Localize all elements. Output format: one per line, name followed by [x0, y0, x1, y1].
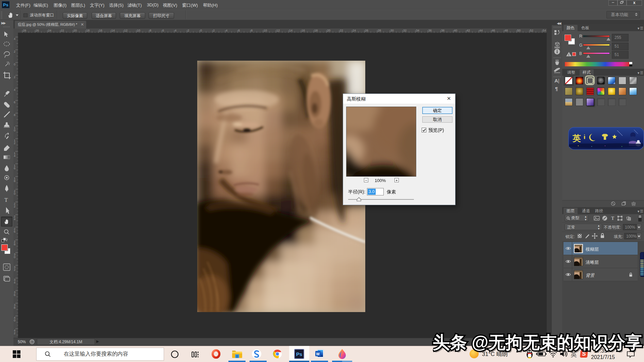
svg-text:T: T: [611, 216, 614, 221]
svg-text:T: T: [4, 197, 8, 203]
svg-text:英: 英: [572, 133, 581, 143]
svg-text:W: W: [316, 352, 320, 356]
